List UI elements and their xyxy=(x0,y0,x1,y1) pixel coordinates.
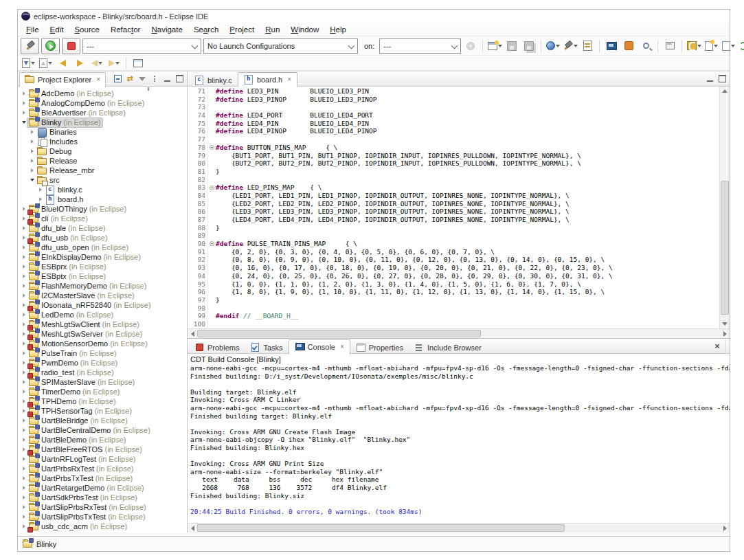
tree-item-i2cmasterslave[interactable]: I2CMasterSlave (in Eclipse) xyxy=(18,291,187,300)
view-menu-button[interactable] xyxy=(148,74,161,85)
close-icon[interactable]: × xyxy=(96,76,100,83)
chevron-collapsed-icon[interactable] xyxy=(20,233,27,243)
tree-item-meshlgtswclient[interactable]: MeshLgtSwClient (in Eclipse) xyxy=(18,320,187,329)
chevron-collapsed-icon[interactable] xyxy=(28,156,36,166)
menu-source[interactable]: Source xyxy=(69,25,104,34)
chevron-collapsed-icon[interactable] xyxy=(20,377,27,387)
chevron-collapsed-icon[interactable] xyxy=(20,425,27,435)
tree-item-uartretargetdemo[interactable]: UartRetargetDemo (in Eclipse) xyxy=(18,483,187,493)
menu-refactor[interactable]: Refactor xyxy=(105,25,146,34)
chevron-expanded-icon[interactable] xyxy=(20,117,27,127)
fold-marker-icon[interactable] xyxy=(210,241,214,246)
scroll-track[interactable] xyxy=(720,96,730,320)
chevron-collapsed-icon[interactable] xyxy=(20,483,27,493)
tree-item-spimasterslave[interactable]: SPIMasterSlave (in Eclipse) xyxy=(18,377,187,387)
chevron-collapsed-icon[interactable] xyxy=(20,329,27,339)
editor-tab-blinky-c[interactable]: cblinky.c xyxy=(189,74,238,87)
build-all-button[interactable] xyxy=(580,39,595,53)
tree-item-uartslipprbsrxtest[interactable]: UartSlipPrbsRxTest (in Eclipse) xyxy=(18,502,187,512)
console-output[interactable]: arm-none-eabi-gcc -mcpu=cortex-m4 -mthum… xyxy=(188,364,730,523)
chevron-collapsed-icon[interactable] xyxy=(20,271,27,281)
menu-help[interactable]: Help xyxy=(324,25,352,34)
tree-item-dfu-usb[interactable]: dfu_usb (in Eclipse) xyxy=(18,233,187,243)
build-button[interactable] xyxy=(21,38,39,54)
tree-item-uartnrflogtest[interactable]: UartnRFLogTest (in Eclipse) xyxy=(18,454,187,464)
tree-item-flashmemorydemo[interactable]: FlashMemoryDemo (in Eclipse) xyxy=(18,281,187,291)
chevron-collapsed-icon[interactable] xyxy=(20,348,27,358)
tree-item-binaries[interactable]: Binaries xyxy=(18,127,187,137)
view-tab-include-browser[interactable]: Include Browser xyxy=(409,341,487,355)
maximize-view-button[interactable] xyxy=(173,74,185,85)
tree-item-release-mbr[interactable]: Release_mbr xyxy=(18,166,187,175)
back-button[interactable] xyxy=(89,56,104,70)
scroll-up-arrow-icon[interactable] xyxy=(720,87,730,96)
pin-editor-button[interactable] xyxy=(131,56,146,70)
chevron-collapsed-icon[interactable] xyxy=(20,416,27,425)
tree-item-leddemo[interactable]: LedDemo (in Eclipse) xyxy=(18,310,187,320)
tree-item-board-h[interactable]: hboard.h xyxy=(18,194,187,204)
project-tree[interactable]: AdcDemo (in Eclipse)AnalogCompDemo (in E… xyxy=(18,87,187,533)
tree-item-usb-cdc-acm[interactable]: usb_cdc_acm (in Eclipse) xyxy=(18,522,187,531)
view-tab-console[interactable]: Console× xyxy=(289,339,350,355)
save-button[interactable] xyxy=(504,39,519,53)
tree-item-uartblecentraldemo[interactable]: UartBleCentralDemo (in Eclipse) xyxy=(18,425,187,435)
chevron-collapsed-icon[interactable] xyxy=(20,310,27,320)
open-console-button[interactable] xyxy=(604,39,619,53)
launch-config-combo[interactable]: No Launch Configurations xyxy=(203,38,358,54)
view-tab-problems[interactable]: Problems xyxy=(189,341,245,355)
last-edit-location-button[interactable] xyxy=(55,56,70,70)
tree-item-release[interactable]: Release xyxy=(18,156,187,166)
maximize-editor-button[interactable] xyxy=(716,74,728,85)
save-all-button[interactable] xyxy=(521,39,537,53)
chevron-collapsed-icon[interactable] xyxy=(36,194,44,204)
chevron-collapsed-icon[interactable] xyxy=(20,358,27,368)
scroll-right-arrow-icon[interactable] xyxy=(720,329,730,338)
chevron-collapsed-icon[interactable] xyxy=(20,291,27,300)
chevron-collapsed-icon[interactable] xyxy=(20,387,27,396)
chevron-collapsed-icon[interactable] xyxy=(20,368,27,377)
chevron-collapsed-icon[interactable] xyxy=(20,108,27,117)
chevron-collapsed-icon[interactable] xyxy=(20,435,27,445)
tree-item-motionsensordemo[interactable]: MotionSensorDemo (in Eclipse) xyxy=(18,339,187,348)
chevron-collapsed-icon[interactable] xyxy=(20,445,27,454)
tree-item-uartblefreertos[interactable]: UartBleFreeRTOS (in Eclipse) xyxy=(18,445,187,454)
scroll-thumb[interactable] xyxy=(197,524,565,532)
tree-item-uartbledemo[interactable]: UartBleDemo (in Eclipse) xyxy=(18,435,187,445)
scroll-left-arrow-icon[interactable] xyxy=(188,524,197,533)
fold-marker-icon[interactable] xyxy=(210,186,214,190)
chevron-collapsed-icon[interactable] xyxy=(20,493,27,502)
tree-item-uartslipprbstxtest[interactable]: UartSlipPrbsTxTest (in Eclipse) xyxy=(18,512,187,522)
chevron-collapsed-icon[interactable] xyxy=(20,243,27,252)
chevron-collapsed-icon[interactable] xyxy=(20,320,27,329)
chevron-collapsed-icon[interactable] xyxy=(20,396,27,406)
console-horizontal-scrollbar[interactable] xyxy=(188,523,730,533)
tree-item-uartblebridge[interactable]: UartBleBridge (in Eclipse) xyxy=(18,416,187,425)
tree-item-tphdemo[interactable]: TPHDemo (in Eclipse) xyxy=(18,396,187,406)
tree-item-adcdemo[interactable]: AdcDemo (in Eclipse) xyxy=(18,89,187,98)
new-c-file-button[interactable] xyxy=(721,39,736,53)
chevron-collapsed-icon[interactable] xyxy=(28,166,36,175)
new-c-project-button[interactable] xyxy=(686,39,701,53)
menu-window[interactable]: Window xyxy=(285,25,324,34)
chevron-collapsed-icon[interactable] xyxy=(28,146,36,156)
editor-vertical-scrollbar[interactable] xyxy=(719,87,730,328)
menu-run[interactable]: Run xyxy=(260,25,285,34)
tree-item-cli[interactable]: cli (in Eclipse) xyxy=(18,214,187,223)
tree-item-esbptx[interactable]: ESBptx (in Eclipse) xyxy=(18,271,187,281)
build-project-button[interactable] xyxy=(563,39,578,53)
tree-item-debug[interactable]: Debug xyxy=(18,146,187,156)
tree-item-esbprx[interactable]: ESBprx (in Eclipse) xyxy=(18,262,187,271)
tree-item-radio-test[interactable]: radio_test (in Eclipse) xyxy=(18,368,187,377)
editor-tab-board-h[interactable]: hboard.h× xyxy=(238,72,297,87)
minimize-view-button[interactable] xyxy=(161,74,173,85)
scroll-track[interactable] xyxy=(197,524,720,533)
chevron-collapsed-icon[interactable] xyxy=(36,185,44,194)
stop-button[interactable] xyxy=(62,38,80,54)
chevron-collapsed-icon[interactable] xyxy=(20,464,27,473)
chevron-expanded-icon[interactable] xyxy=(28,175,36,185)
chevron-collapsed-icon[interactable] xyxy=(20,406,27,416)
chevron-collapsed-icon[interactable] xyxy=(20,512,27,522)
scroll-track[interactable] xyxy=(197,329,720,338)
build-config-button[interactable] xyxy=(545,39,561,53)
tree-item-uartprbstxtest[interactable]: UartPrbsTxTest (in Eclipse) xyxy=(18,473,187,483)
